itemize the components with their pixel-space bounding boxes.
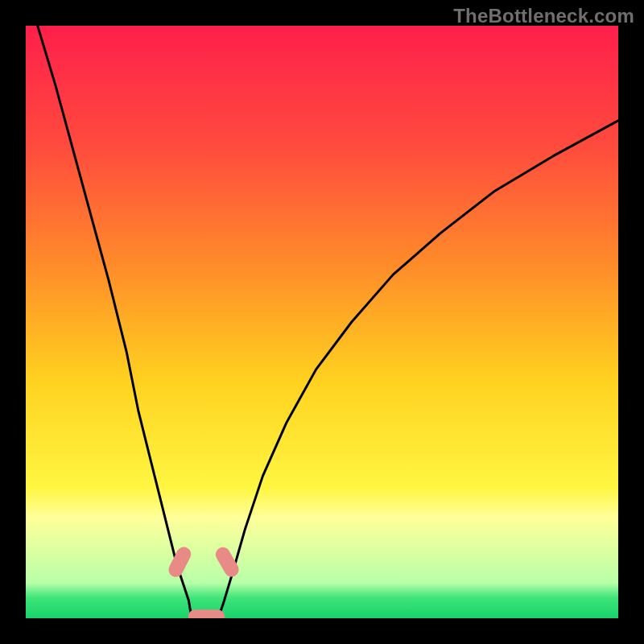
plot-area: [26, 26, 618, 618]
watermark-text: TheBottleneck.com: [453, 5, 634, 27]
outer-frame: TheBottleneck.com: [0, 0, 644, 644]
chart-svg: [26, 26, 618, 618]
gradient-background: [26, 26, 618, 618]
marker-bottom: [188, 609, 225, 618]
